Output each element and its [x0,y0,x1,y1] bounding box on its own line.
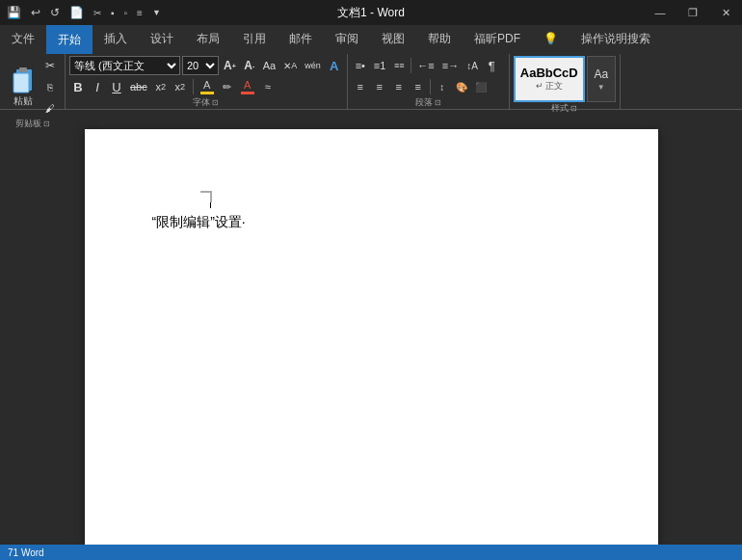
paragraph-expand-icon[interactable]: ⊡ [435,98,441,107]
cut-icon[interactable]: ✂ [91,8,104,18]
tab-home[interactable]: 开始 [46,25,93,54]
font-label: 字体 ⊡ [69,96,343,109]
align-right-button[interactable]: ≡ [390,77,408,96]
highlight-button[interactable]: ✏ [219,77,236,96]
clipboard-expand-icon[interactable]: ⊡ [43,120,50,128]
bullet-list-button[interactable]: ≡• [352,56,369,75]
paste-button[interactable]: 粘贴 [7,64,40,110]
svg-rect-2 [19,67,27,72]
line-spacing-button[interactable]: ↕ [434,77,451,96]
format-painter-button[interactable]: 🖌 [41,98,59,118]
quick-access-toolbar: 💾 ↩ ↺ 📄 ✂ ▪ ▫ ≡ ▼ [4,0,164,25]
document-area: “限制编辑”设置· [0,110,742,545]
multilevel-list-button[interactable]: ≡≡ [390,56,408,75]
style-normal-button[interactable]: AaBbCcD ↵ 正文 [514,56,585,102]
toolbar-extra [621,54,742,109]
styles-group: AaBbCcD ↵ 正文 Aa ▼ 样式 ⊡ [510,54,621,109]
paragraph-label: 段落 ⊡ [352,96,505,109]
show-marks-button[interactable]: ¶ [483,56,500,75]
font-name-select[interactable]: 等线 (西文正文 [69,56,180,75]
undo-icon[interactable]: ↩ [28,6,43,19]
align-center-button[interactable]: ≡ [371,77,388,96]
window-title: 文档1 - Word [337,5,405,21]
window-controls: — ❐ ✕ [644,0,742,25]
save-icon[interactable]: 💾 [4,6,24,19]
word-count: 71 Word [8,547,44,558]
decrease-font-button[interactable]: A- [241,56,258,75]
clear-format-button[interactable]: ✕A [280,56,300,75]
tab-lightbulb[interactable]: 💡 [532,25,570,54]
tab-help[interactable]: 帮助 [416,25,463,54]
sort-button[interactable]: ↕A [464,56,481,75]
tab-design[interactable]: 设计 [139,25,185,54]
minimize-button[interactable]: — [644,0,676,25]
char-button[interactable]: A [326,56,343,75]
styles-label: 样式 ⊡ [514,102,616,115]
align-left-button[interactable]: ≡ [352,77,369,96]
cut-button[interactable]: ✂ [41,56,59,75]
font-size-select[interactable]: 20 [182,56,219,75]
subscript-button[interactable]: x2 [152,77,170,96]
clipboard-label: 剪贴板 ⊡ [15,118,50,130]
title-bar: 💾 ↩ ↺ 📄 ✂ ▪ ▫ ≡ ▼ 文档1 - Word — ❐ ✕ [0,0,742,25]
maximize-button[interactable]: ❐ [676,0,709,25]
tab-insert[interactable]: 插入 [93,25,139,54]
shape-icon1[interactable]: ▪ [108,8,118,18]
clipboard-group: 粘贴 ✂ ⎘ 🖌 剪贴板 ⊡ [0,54,66,109]
cursor-corner [200,191,212,202]
italic-button[interactable]: I [89,77,106,96]
shading-button[interactable]: 🎨 [453,77,470,96]
justify-button[interactable]: ≡ [410,77,427,96]
superscript-button[interactable]: x2 [172,77,189,96]
tab-search[interactable]: 操作说明搜索 [570,25,662,54]
doc-cursor-area [152,187,591,206]
shape-icon2[interactable]: ▫ [121,8,131,18]
new-doc-icon[interactable]: 📄 [66,6,87,19]
tab-layout[interactable]: 布局 [185,25,231,54]
close-button[interactable]: ✕ [709,0,742,25]
tab-references[interactable]: 引用 [231,25,278,54]
font-color-button[interactable]: A [238,77,257,96]
redo-icon[interactable]: ↺ [47,6,63,19]
increase-indent-button[interactable]: ≡→ [439,56,462,75]
tab-file[interactable]: 文件 [0,25,46,54]
strikethrough-button[interactable]: abc [127,77,150,96]
ribbon-tabs: 文件 开始 插入 设计 布局 引用 邮件 审阅 视图 帮助 福昕PDF 💡 操作… [0,25,742,54]
change-case-button[interactable]: Aa [260,56,278,75]
tab-foxitpdf[interactable]: 福昕PDF [463,25,532,54]
document-content[interactable]: “限制编辑”设置· [152,214,591,231]
font-group: 等线 (西文正文 20 A+ A- Aa ✕A wén A B I U abc … [66,54,348,109]
font-expand-icon[interactable]: ⊡ [212,98,219,107]
tab-view[interactable]: 视图 [370,25,416,54]
tab-mailings[interactable]: 邮件 [278,25,324,54]
tab-review[interactable]: 审阅 [324,25,370,54]
status-bar: 71 Word [0,545,742,560]
copy-button[interactable]: ⎘ [41,77,59,96]
increase-font-button[interactable]: A+ [221,56,239,75]
wubi-button[interactable]: wén [302,56,324,75]
dropdown-icon[interactable]: ▼ [149,8,164,17]
char-spacing-button[interactable]: ≈ [259,77,277,96]
paragraph-group: ≡• ≡1 ≡≡ ←≡ ≡→ ↕A ¶ ≡ ≡ ≡ ≡ ↕ 🎨 ⬛ 段落 ⊡ [348,54,510,109]
decrease-indent-button[interactable]: ←≡ [414,56,437,75]
borders-button[interactable]: ⬛ [472,77,490,96]
menu-icon[interactable]: ≡ [134,8,146,18]
style2-button[interactable]: Aa ▼ [587,56,616,102]
font-color-a-button[interactable]: A [198,77,217,96]
svg-rect-1 [13,73,29,93]
document-page[interactable]: “限制编辑”设置· [85,129,658,545]
bold-button[interactable]: B [69,77,87,96]
styles-expand-icon[interactable]: ⊡ [570,104,577,113]
underline-button[interactable]: U [108,77,125,96]
numbered-list-button[interactable]: ≡1 [371,56,389,75]
